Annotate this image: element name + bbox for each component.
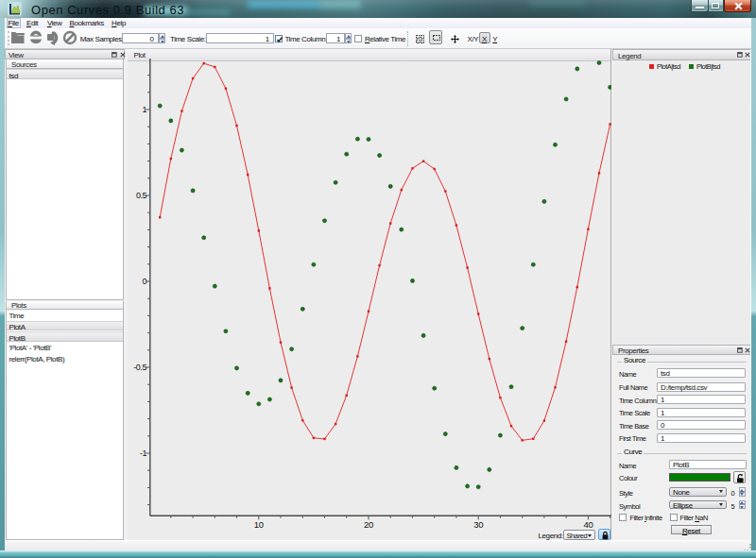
svg-text:40: 40 xyxy=(583,519,593,530)
svg-text:30: 30 xyxy=(473,519,483,530)
svg-text:20: 20 xyxy=(364,519,373,530)
svg-text:1: 1 xyxy=(143,105,147,114)
svg-text:-1: -1 xyxy=(140,448,147,458)
svg-text:-0.5: -0.5 xyxy=(133,363,146,372)
svg-text:0: 0 xyxy=(143,277,147,286)
svg-text:10: 10 xyxy=(254,519,264,530)
svg-text:0.5: 0.5 xyxy=(136,191,147,200)
